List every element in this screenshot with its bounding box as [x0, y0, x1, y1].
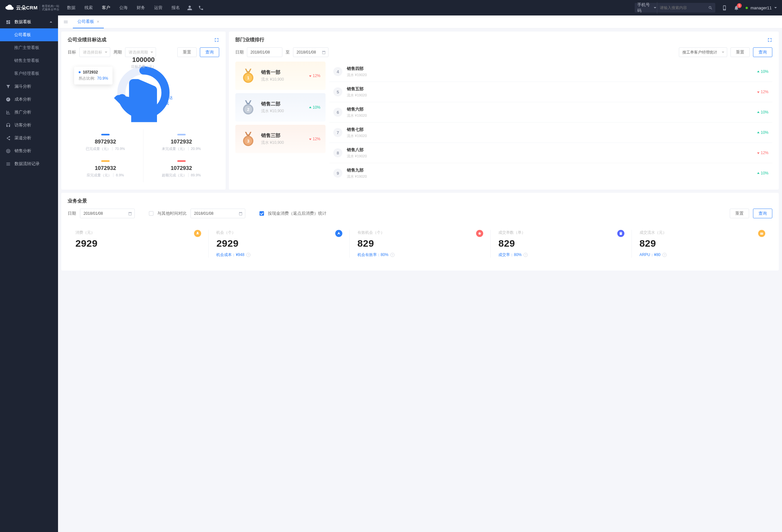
query-button[interactable]: 查询 — [753, 209, 772, 218]
target-icon — [6, 149, 11, 153]
query-button[interactable]: 查询 — [753, 47, 772, 57]
clock-icon — [6, 97, 11, 102]
bell-icon[interactable]: 5 — [734, 5, 739, 11]
select-stat-by[interactable]: 按工单客户经理统计 — [679, 47, 727, 57]
query-button[interactable]: 查询 — [200, 47, 219, 57]
sidebar-item-company[interactable]: 公司看板 — [0, 28, 58, 41]
sidebar-item-visitor[interactable]: 访客分析 — [0, 119, 58, 132]
goal-metrics: 8972932已完成量（元）70.9% 1072932未完成量（元）20.9% … — [68, 129, 219, 182]
sidebar-item-channel[interactable]: 渠道分析 — [0, 132, 58, 144]
search-box[interactable]: 手机号码 — [635, 3, 715, 12]
kpi-3: 成交单数（单） 829 成交率：80%? — [491, 230, 632, 258]
help-icon[interactable]: ? — [390, 253, 395, 257]
nav-pool[interactable]: 公海 — [119, 5, 128, 11]
search-icon[interactable] — [708, 5, 713, 10]
metric-should: 1072932应完成量（元）8.9% — [68, 156, 143, 182]
ov-date-2[interactable]: 2018/01/08 — [190, 209, 245, 218]
main-area: 公司看板× 公司业绩目标达成 目标 请选择目标 周期 请选择周期 重置 — [58, 15, 782, 532]
phone-icon[interactable] — [198, 5, 204, 11]
card-ranking: 部门业绩排行 日期 2018/01/08 至 2018/01/08 按工单客户经… — [229, 32, 779, 189]
date-to[interactable]: 2018/01/08 — [293, 47, 328, 57]
expand-icon[interactable] — [767, 37, 772, 42]
checkbox-compare[interactable] — [149, 211, 153, 216]
rank-row: 8 销售八部流水 ¥19020 12% — [329, 143, 772, 163]
logo-subtitle: 教育机构一站式服务云平台 — [40, 4, 59, 11]
trend-down: 12% — [757, 150, 769, 155]
rank-row: 7 销售七部流水 ¥19020 10% — [329, 122, 772, 143]
funnel-icon — [6, 84, 11, 89]
nav-leads[interactable]: 线索 — [84, 5, 93, 11]
person-icon[interactable] — [187, 5, 192, 11]
svg-point-0 — [6, 149, 10, 152]
svg-point-1 — [7, 150, 9, 152]
rank-row: 4 销售四部流水 ¥19020 10% — [329, 62, 772, 82]
calendar-icon — [128, 212, 132, 216]
reset-button[interactable]: 重置 — [730, 209, 749, 218]
label-period: 周期 — [113, 49, 122, 55]
expand-icon[interactable] — [214, 37, 219, 42]
nav-finance[interactable]: 财务 — [137, 5, 145, 11]
sidebar-item-sales[interactable]: 销售分析 — [0, 144, 58, 157]
label-target: 目标 — [68, 49, 76, 55]
metric-over: 1072932超额完成（元）89.9% — [143, 156, 219, 182]
logo[interactable]: 云朵CRM 教育机构一站式服务云平台 — [5, 4, 59, 11]
trend-down: 12% — [309, 137, 320, 141]
select-target[interactable]: 请选择目标 — [79, 47, 110, 57]
logo-icon — [5, 4, 14, 11]
mobile-icon[interactable] — [722, 5, 727, 11]
ov-date-1[interactable]: 2018/01/08 — [80, 209, 135, 218]
share-icon — [6, 136, 11, 141]
kpi-4: 成交流水（元） 829 ARPU：¥80? — [632, 230, 772, 258]
rank-number: 8 — [333, 148, 342, 157]
reset-button[interactable]: 重置 — [177, 47, 197, 57]
notif-badge: 5 — [737, 3, 742, 8]
sidebar-item-cost[interactable]: 成本分析 — [0, 93, 58, 106]
nav-extra-icons — [187, 5, 204, 11]
nav-ops[interactable]: 运营 — [154, 5, 163, 11]
reset-button[interactable]: 重置 — [731, 47, 750, 57]
kpi-icon — [194, 230, 201, 237]
search-type-select[interactable]: 手机号码 — [637, 2, 657, 13]
menu-icon[interactable] — [63, 19, 68, 25]
sidebar-item-funnel[interactable]: 漏斗分析 — [0, 80, 58, 93]
help-icon[interactable]: ? — [663, 253, 667, 257]
trend-up: 10% — [757, 110, 769, 114]
topbar: 云朵CRM 教育机构一站式服务云平台 数据 线索 客户 公海 财务 运营 报名 … — [0, 0, 782, 15]
sidebar-group-dashboard[interactable]: 数据看板 — [0, 15, 58, 28]
chart-tooltip: 1072932 所占比例:70.9% — [74, 67, 112, 84]
tab-company-board[interactable]: 公司看板× — [73, 15, 104, 28]
sidebar-item-flow[interactable]: 数据流转记录 — [0, 157, 58, 170]
metric-done: 8972932已完成量（元）70.9% — [68, 129, 143, 156]
chart-icon — [6, 110, 11, 115]
list-icon — [6, 162, 11, 166]
gold-medal-icon: 1 — [241, 68, 256, 83]
rank-top3: 1 销售一部流水 ¥10,900 12% 2 销售二部流水 ¥10,900 10… — [235, 62, 326, 183]
card-goals: 公司业绩目标达成 目标 请选择目标 周期 请选择周期 重置 查询 — [61, 32, 226, 189]
date-from[interactable]: 2018/01/08 — [247, 47, 282, 57]
nav-data[interactable]: 数据 — [67, 5, 75, 11]
overview-filters: 日期 2018/01/08 与其他时间对比 2018/01/08 按现金消费（返… — [68, 209, 772, 218]
username: manager11 — [750, 5, 772, 10]
checkbox-cash[interactable] — [259, 211, 264, 216]
rank-number: 6 — [333, 108, 342, 117]
nav-signup[interactable]: 报名 — [172, 5, 180, 11]
rank-row: 5 销售五部流水 ¥19020 12% — [329, 82, 772, 102]
trend-up: 10% — [309, 105, 320, 110]
metric-undone: 1072932未完成量（元）20.9% — [143, 129, 219, 156]
close-icon[interactable]: × — [97, 19, 99, 24]
nav-customers[interactable]: 客户 — [102, 5, 110, 11]
rank-1: 1 销售一部流水 ¥10,900 12% — [235, 62, 326, 90]
help-icon[interactable]: ? — [524, 253, 528, 257]
kpi-2: 有效机会（个） 829 机会有效率：80%? — [350, 230, 491, 258]
kpi-1: 机会（个） 2929 机会成本：¥948? — [209, 230, 349, 258]
search-input[interactable] — [660, 5, 708, 10]
rank-row: 6 销售六部流水 ¥19020 10% — [329, 102, 772, 122]
user-menu[interactable]: manager11 — [746, 5, 777, 10]
sidebar-item-promo[interactable]: 推广分析 — [0, 106, 58, 119]
silver-medal-icon: 2 — [241, 100, 256, 115]
sidebar-item-account-mgr[interactable]: 客户经理看板 — [0, 67, 58, 80]
help-icon[interactable]: ? — [246, 253, 250, 257]
sidebar-item-promo-mgr[interactable]: 推广主管看板 — [0, 41, 58, 54]
ranking-filters: 日期 2018/01/08 至 2018/01/08 按工单客户经理统计 重置 … — [235, 47, 772, 57]
sidebar-item-sales-mgr[interactable]: 销售主管看板 — [0, 54, 58, 67]
